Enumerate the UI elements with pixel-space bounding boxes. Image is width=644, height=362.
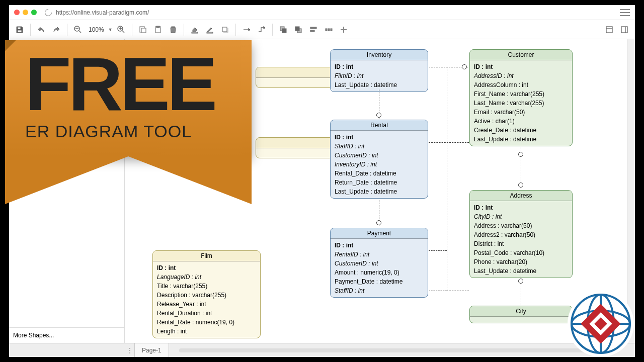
more-shapes-button[interactable]: More Shapes...	[9, 327, 124, 343]
entity-attribute: Active : char(1)	[474, 117, 568, 126]
entity-attribute: FilmID : int	[335, 71, 424, 80]
entity-attribute: CityID : int	[474, 212, 568, 221]
entity-city[interactable]: City	[469, 306, 573, 323]
entity-address[interactable]: Address ID : intCityID : intAddress : va…	[469, 190, 573, 278]
entity-attribute: AddressID : int	[474, 71, 568, 80]
svg-rect-24	[326, 29, 327, 31]
entity-film[interactable]: Film ID : intLanguageID : intTitle : var…	[152, 250, 261, 338]
entity-title: Inventory	[331, 50, 428, 60]
entity-attribute: ID : int	[474, 62, 568, 71]
format-panel-button[interactable]	[603, 23, 616, 36]
undo-button[interactable]	[35, 23, 48, 36]
connector	[429, 142, 469, 143]
entity-attribute: Release_Year : int	[157, 300, 256, 309]
entity-attribute: Last_Update : datetime	[474, 266, 568, 276]
connector-style-button[interactable]	[240, 23, 253, 36]
entity-rental[interactable]: Rental ID : intStaffID : intCustomerID :…	[330, 120, 428, 199]
connector	[447, 291, 469, 291]
waypoint-style-button[interactable]	[255, 23, 268, 36]
toolbar: 100% ▼	[9, 20, 635, 39]
entity-title: Payment	[331, 228, 428, 239]
svg-line-6	[122, 31, 124, 33]
zoom-in-button[interactable]	[115, 23, 128, 36]
svg-rect-29	[606, 27, 612, 33]
hamburger-icon[interactable]	[620, 9, 630, 16]
svg-rect-12	[156, 26, 159, 28]
entity-attribute: Return_Date : datetime	[335, 178, 424, 187]
add-button[interactable]	[337, 23, 350, 36]
promo-banner: FREE ER DIAGRAM TOOL	[5, 40, 252, 156]
entity-attribute: ID : int	[474, 203, 568, 212]
shadow-button[interactable]	[218, 23, 231, 36]
cardinality-ring-icon	[462, 64, 467, 69]
svg-rect-26	[331, 29, 332, 31]
line-color-button[interactable]	[203, 23, 216, 36]
entity-attribute: ID : int	[335, 241, 424, 250]
entity-attribute: AddressColumn : int	[474, 80, 568, 89]
svg-rect-23	[310, 30, 314, 32]
window-min-dot[interactable]	[23, 10, 28, 15]
entity-attribute: District : int	[474, 239, 568, 248]
entity-customer[interactable]: Customer ID : intAddressID : intAddressC…	[469, 49, 573, 146]
entity-attribute: Last_Update : datetime	[335, 80, 424, 89]
tab-menu-icon[interactable]: ⋮	[125, 343, 135, 357]
connector	[447, 67, 447, 291]
entity-attribute: ID : int	[335, 62, 424, 71]
entity-attribute: Email : varchar(50)	[474, 108, 568, 117]
entity-attribute: Title : varchar(255)	[157, 282, 256, 291]
entity-attribute: Postal_Code : varchar(10)	[474, 248, 568, 257]
entity-attribute: InventoryID : int	[335, 160, 424, 169]
entity-attribute: Description : varchar(255)	[157, 291, 256, 300]
delete-button[interactable]	[167, 23, 180, 36]
page-tabs: ⋮ Page-1	[9, 343, 635, 357]
svg-rect-19	[282, 29, 286, 33]
entity-attribute: Last_Update : datetime	[474, 135, 568, 144]
entity-attribute: StaffID : int	[335, 286, 424, 295]
distribute-button[interactable]	[322, 23, 335, 36]
horizontal-scrollbar[interactable]	[179, 348, 615, 352]
entity-title: Rental	[331, 120, 428, 131]
to-front-button[interactable]	[277, 23, 290, 36]
entity-attribute: CustomerID : int	[335, 259, 424, 268]
save-button[interactable]	[13, 23, 26, 36]
window-max-dot[interactable]	[31, 10, 37, 15]
outline-panel-button[interactable]	[618, 23, 631, 36]
entity-attribute: Phone : varchar(20)	[474, 257, 568, 266]
connector	[429, 250, 447, 251]
url-text: https://online.visual-paradigm.com/	[56, 9, 149, 16]
paste-button[interactable]	[151, 23, 165, 36]
entity-attribute: ID : int	[157, 263, 256, 273]
entity-payment[interactable]: Payment ID : intRentalID : intCustomerID…	[330, 228, 428, 298]
svg-rect-13	[172, 27, 175, 28]
entity-title: City	[470, 306, 572, 317]
align-button[interactable]	[307, 23, 320, 36]
svg-rect-25	[328, 29, 330, 31]
entity-attribute: Rental_Rate : numeric(19, 0)	[157, 318, 256, 327]
svg-rect-0	[18, 27, 21, 29]
to-back-button[interactable]	[292, 23, 305, 36]
redo-button[interactable]	[50, 23, 63, 36]
address-bar[interactable]: https://online.visual-paradigm.com/	[45, 9, 617, 16]
reload-icon[interactable]	[43, 8, 53, 18]
entity-inventory[interactable]: Inventory ID : intFilmID : intLast_Updat…	[330, 49, 428, 92]
browser-chrome: https://online.visual-paradigm.com/	[9, 5, 635, 20]
cardinality-ring-icon	[518, 279, 523, 284]
chevron-down-icon[interactable]: ▼	[108, 27, 113, 32]
zoom-out-button[interactable]	[71, 23, 85, 36]
fill-color-button[interactable]	[188, 23, 201, 36]
entity-attribute: Payment_Date : datetime	[335, 277, 424, 286]
svg-rect-21	[295, 27, 299, 31]
entity-attribute: Rental_Date : datetime	[335, 169, 424, 178]
cardinality-ring-icon	[518, 152, 523, 157]
zoom-level[interactable]: 100%	[87, 26, 106, 33]
tab-page-1[interactable]: Page-1	[135, 343, 169, 357]
svg-rect-15	[207, 32, 213, 33]
entity-attribute: Address : varchar(50)	[474, 221, 568, 230]
svg-rect-22	[310, 27, 316, 29]
copy-button[interactable]	[136, 23, 149, 36]
entity-attribute: Create_Date : datetime	[474, 126, 568, 135]
entity-attribute: ID : int	[335, 133, 424, 142]
entity-attribute: RentalID : int	[335, 250, 424, 259]
entity-attribute: StaffID : int	[335, 142, 424, 151]
window-close-dot[interactable]	[14, 10, 20, 15]
